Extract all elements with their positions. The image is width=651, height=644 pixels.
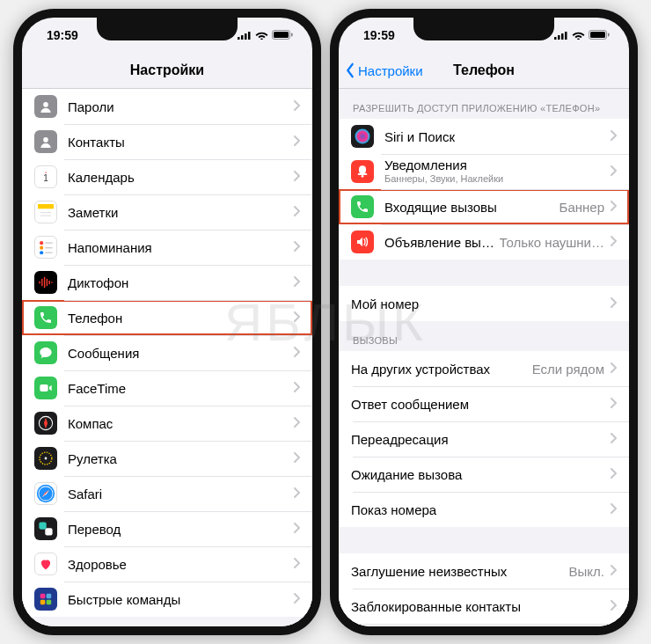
battery-icon (272, 28, 293, 42)
health-row[interactable]: Здоровье (22, 546, 312, 582)
svg-rect-12 (38, 204, 54, 209)
svg-point-7 (43, 102, 48, 107)
row-label: Быстрые команды (68, 592, 293, 607)
voice-memo-row[interactable]: Диктофон (22, 265, 312, 300)
chevron-right-icon (293, 99, 300, 114)
facetime-row[interactable]: FaceTime (22, 370, 312, 406)
back-button[interactable]: Настройки (344, 62, 423, 78)
phone-left: 19:59 Настройки ПаролиКонтакты•1Календар… (13, 9, 321, 635)
row-label: Сообщения (68, 346, 293, 361)
incoming-row[interactable]: Входящие вызовыБаннер (339, 189, 629, 224)
key-icon (34, 95, 57, 118)
notes-row[interactable]: Заметки (22, 194, 312, 230)
svg-rect-27 (51, 282, 52, 282)
key-row[interactable]: Пароли (22, 89, 312, 124)
siri-row[interactable]: Siri и Поиск (339, 119, 629, 154)
row-label: Телефон (68, 311, 293, 326)
messages-row[interactable]: Сообщения (22, 335, 312, 370)
chevron-right-icon (293, 134, 300, 150)
svg-point-52 (362, 175, 364, 178)
measure-icon (34, 447, 57, 470)
chevron-right-icon (610, 128, 617, 144)
notifications-row[interactable]: УведомленияБаннеры, Звуки, Наклейки (339, 154, 629, 189)
status-time: 19:59 (363, 28, 395, 42)
chevron-right-icon (293, 380, 300, 396)
settings-list[interactable]: ПаролиКонтакты•1КалендарьЗаметкиНапомина… (22, 89, 312, 626)
measure-row[interactable]: Рулетка (22, 441, 312, 476)
item-row[interactable]: Мой номер (339, 286, 629, 321)
svg-rect-13 (38, 209, 54, 220)
chevron-right-icon (293, 274, 300, 290)
chevron-right-icon (293, 204, 300, 220)
announce-row[interactable]: Объявление вызововТолько наушни… (339, 224, 629, 260)
row-label: На других устройствах (351, 362, 532, 377)
section-header-calls: ВЫЗОВЫ (339, 321, 629, 351)
shortcuts-row[interactable]: Быстрые команды (22, 582, 312, 617)
chevron-right-icon (293, 415, 300, 431)
row-label: Ответ сообщением (351, 397, 610, 412)
screen-right: 19:59 Настройки Телефон РАЗРЕШИТЬ ДОСТУП… (339, 18, 629, 626)
svg-rect-36 (45, 528, 52, 535)
signal-icon (554, 28, 568, 42)
phone-icon (34, 306, 57, 329)
notch (413, 18, 554, 40)
status-time: 19:59 (47, 28, 78, 42)
svg-rect-44 (561, 33, 564, 40)
row-label: Переадресация (351, 432, 610, 447)
calendar-row[interactable]: •1Календарь (22, 159, 312, 194)
item-row[interactable]: На других устройствахЕсли рядом (339, 351, 629, 386)
item-row[interactable]: Ожидание вызова (339, 457, 629, 492)
section-header-allow: РАЗРЕШИТЬ ДОСТУП ПРИЛОЖЕНИЮ «ТЕЛЕФОН» (339, 89, 629, 119)
reminders-row[interactable]: Напоминания (22, 230, 312, 265)
svg-rect-45 (565, 32, 567, 40)
phone-settings-list[interactable]: РАЗРЕШИТЬ ДОСТУП ПРИЛОЖЕНИЮ «ТЕЛЕФОН» Si… (339, 89, 629, 626)
chevron-right-icon (610, 466, 617, 482)
screen-left: 19:59 Настройки ПаролиКонтакты•1Календар… (22, 18, 312, 626)
phone-row[interactable]: Телефон (22, 300, 312, 335)
svg-rect-38 (47, 594, 52, 599)
row-label: Входящие вызовы (384, 200, 560, 215)
item-row[interactable]: Переадресация (339, 421, 629, 457)
item-row[interactable]: Показ номера (339, 492, 629, 527)
signal-icon (238, 28, 252, 42)
phone-right: 19:59 Настройки Телефон РАЗРЕШИТЬ ДОСТУП… (330, 9, 638, 635)
row-sublabel: Баннеры, Звуки, Наклейки (384, 173, 610, 185)
siri-icon (351, 125, 374, 148)
announce-icon (351, 231, 374, 253)
svg-rect-42 (554, 37, 557, 40)
health-icon (34, 553, 57, 575)
chevron-right-icon (293, 486, 300, 501)
row-value: Баннер (560, 200, 604, 215)
svg-point-18 (40, 251, 43, 254)
svg-point-17 (40, 246, 43, 250)
row-label: Заглушение неизвестных (351, 564, 569, 579)
row-label: Напоминания (68, 240, 293, 255)
row-label: Рулетка (68, 451, 293, 466)
notes-icon (34, 201, 57, 223)
contacts-row[interactable]: Контакты (22, 124, 312, 159)
row-label: Компас (68, 416, 293, 431)
chevron-right-icon (610, 296, 617, 311)
item-row[interactable]: Заглушение неизвестныхВыкл. (339, 553, 629, 589)
safari-icon (34, 482, 57, 505)
safari-row[interactable]: Safari (22, 476, 312, 511)
notifications-icon (351, 160, 374, 183)
item-row[interactable]: Ответ сообщением (339, 386, 629, 421)
svg-rect-43 (558, 35, 560, 40)
translate-row[interactable]: Перевод (22, 511, 312, 546)
row-label: Перевод (68, 522, 293, 537)
row-label: Siri и Поиск (384, 129, 610, 144)
svg-rect-39 (40, 600, 46, 605)
compass-row[interactable]: Компас (22, 406, 312, 441)
item-row[interactable]: Сообщать о спаме (SMS/звонки) (339, 624, 629, 626)
page-title: Настройки (130, 62, 204, 78)
item-row[interactable]: Заблокированные контакты (339, 589, 629, 624)
messages-icon (34, 341, 57, 364)
reminders-icon (34, 236, 57, 259)
navbar-left: Настройки (22, 53, 312, 89)
svg-rect-24 (44, 277, 45, 288)
calendar-icon: •1 (34, 165, 57, 188)
svg-rect-2 (245, 33, 247, 40)
svg-text:1: 1 (43, 173, 48, 183)
voice-memo-icon (34, 271, 57, 294)
